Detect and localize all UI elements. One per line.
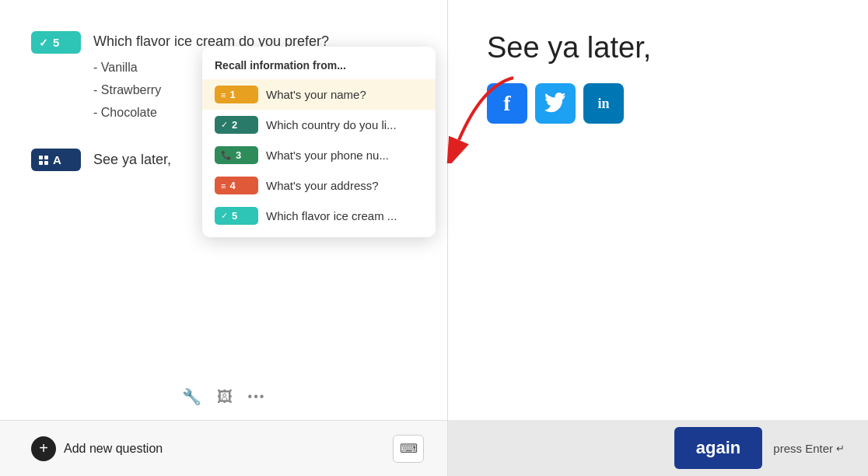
press-enter-label: press Enter — [773, 442, 833, 455]
main-layout: ✓ 5 Which flavor ice cream do you prefer… — [0, 0, 868, 476]
item-label-1: What's your name? — [266, 88, 423, 101]
dropdown-item-2[interactable]: ✓ 2 Which country do you li... — [202, 110, 436, 140]
ending-text: See ya later, — [93, 152, 171, 168]
dropdown-item-1[interactable]: ≡ 1 What's your name? — [202, 79, 436, 110]
enter-symbol: ↵ — [836, 443, 845, 454]
dropdown-title: Recall information from... — [202, 59, 436, 79]
badge-num-5: 5 — [53, 36, 59, 49]
right-panel: See ya later, f in — [448, 0, 868, 476]
item-num-2: 2 — [232, 119, 237, 131]
item-badge-2: ✓ 2 — [215, 116, 258, 134]
dropdown-item-3[interactable]: 📞 3 What's your phone nu... — [202, 140, 436, 170]
more-icon[interactable]: ••• — [248, 390, 266, 404]
linkedin-icon[interactable]: in — [583, 83, 624, 124]
toolbar: 🔧 🖼 ••• — [182, 387, 266, 406]
bars-icon-4: ≡ — [221, 181, 226, 191]
bars-icon-1: ≡ — [221, 90, 226, 100]
add-question-button[interactable]: + Add new question — [31, 436, 163, 461]
item-badge-3: 📞 3 — [215, 146, 258, 164]
item-label-4: What's your address? — [266, 179, 423, 192]
item-num-3: 3 — [236, 149, 241, 161]
item-label-5: Which flavor ice cream ... — [266, 209, 423, 222]
check-icon: ✓ — [39, 37, 48, 49]
wrench-icon[interactable]: 🔧 — [182, 387, 201, 406]
add-circle-icon: + — [31, 436, 56, 461]
item-badge-4: ≡ 4 — [215, 177, 258, 194]
image-icon[interactable]: 🖼 — [217, 388, 233, 406]
ending-badge: A — [31, 149, 81, 171]
twitter-icon[interactable] — [535, 83, 576, 124]
twitter-bird-icon — [544, 93, 566, 114]
item-badge-5: ✓ 5 — [215, 207, 258, 225]
dropdown-item-4[interactable]: ≡ 4 What's your address? — [202, 170, 436, 201]
keyboard-button[interactable]: ⌨ — [393, 435, 424, 463]
dropdown-item-5[interactable]: ✓ 5 Which flavor ice cream ... — [202, 201, 436, 231]
grid-icon — [39, 156, 48, 165]
see-ya-title: See ya later, — [487, 31, 651, 65]
add-question-label: Add new question — [64, 442, 163, 456]
facebook-icon[interactable]: f — [487, 83, 527, 124]
keyboard-icon: ⌨ — [400, 441, 418, 456]
press-enter-text: press Enter ↵ — [773, 442, 845, 455]
check-icon-5: ✓ — [221, 211, 228, 221]
bottom-bar-left: + Add new question ⌨ — [0, 420, 447, 476]
social-icons: f in — [487, 83, 624, 124]
bottom-bar-right: again press Enter ↵ — [448, 420, 868, 476]
item-label-3: What's your phone nu... — [266, 149, 423, 162]
phone-icon-3: 📞 — [221, 150, 232, 160]
ending-badge-letter: A — [53, 153, 61, 166]
chevron-icon-2: ✓ — [221, 120, 228, 130]
item-badge-1: ≡ 1 — [215, 86, 258, 103]
left-panel: ✓ 5 Which flavor ice cream do you prefer… — [0, 0, 447, 476]
question-5-badge: ✓ 5 — [31, 31, 81, 54]
recall-dropdown: Recall information from... ≡ 1 What's yo… — [202, 47, 436, 237]
item-num-5: 5 — [232, 210, 237, 222]
again-button[interactable]: again — [674, 427, 762, 469]
item-label-2: Which country do you li... — [266, 118, 423, 131]
item-num-1: 1 — [229, 89, 235, 100]
item-num-4: 4 — [229, 180, 235, 191]
